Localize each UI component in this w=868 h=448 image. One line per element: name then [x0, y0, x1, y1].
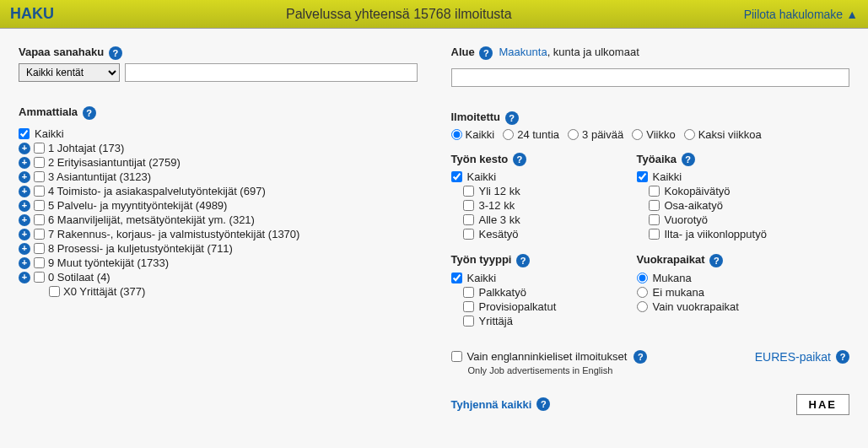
ammatti-checkbox[interactable]: [34, 171, 45, 182]
ammatti-checkbox[interactable]: [34, 200, 45, 211]
ilmoitettu-radio[interactable]: [451, 129, 462, 140]
kesto-opt-label[interactable]: Yli 12 kk: [479, 185, 520, 197]
ilmoitettu-opt-label[interactable]: Kaksi viikkoa: [698, 128, 762, 141]
kesto-opt-checkbox[interactable]: [463, 186, 474, 197]
expand-icon[interactable]: +: [19, 171, 30, 183]
hide-form-toggle[interactable]: Piilota hakulomake▲: [744, 8, 858, 21]
vuokra-radio[interactable]: [637, 273, 648, 283]
ammatti-item-label[interactable]: 7 Rakennus-, korjaus- ja valmistustyönte…: [48, 228, 299, 240]
kesto-all-checkbox[interactable]: [451, 171, 462, 182]
help-icon[interactable]: ?: [536, 397, 550, 411]
vuokra-label[interactable]: Vain vuokrapaikat: [653, 300, 739, 313]
help-icon[interactable]: ?: [516, 254, 530, 267]
ammatti-item-label[interactable]: 3 Asiantuntijat (3123): [48, 170, 151, 183]
search-button[interactable]: HAE: [796, 394, 849, 415]
eures-link[interactable]: EURES-paikat ?: [755, 350, 849, 364]
tyoaika-opt-checkbox[interactable]: [649, 186, 660, 197]
maakunta-link[interactable]: Maakunta: [499, 46, 547, 58]
tyoaika-opt-label[interactable]: Osa-aikatyö: [665, 199, 723, 212]
expand-icon[interactable]: +: [19, 272, 30, 283]
ilmoitettu-radio[interactable]: [503, 129, 514, 140]
tyyppi-all-checkbox[interactable]: [451, 273, 462, 283]
ilmoitettu-radio[interactable]: [632, 129, 643, 140]
english-only-label[interactable]: Vain englanninkieliset ilmoitukset: [467, 350, 628, 363]
help-icon[interactable]: ?: [109, 46, 122, 60]
ammatti-checkbox[interactable]: [34, 143, 45, 154]
tyyppi-opt-checkbox[interactable]: [463, 301, 474, 312]
tyoaika-opt-label[interactable]: Ilta- ja viikonlopputyö: [665, 228, 767, 240]
tyyppi-all-label[interactable]: Kaikki: [467, 272, 497, 284]
tyoaika-opt-checkbox[interactable]: [649, 214, 660, 225]
ammatti-checkbox[interactable]: [34, 157, 45, 168]
ilmoitettu-opt-label[interactable]: 3 päivää: [582, 128, 623, 141]
ammatti-item-label[interactable]: 2 Erityisasiantuntijat (2759): [48, 156, 181, 169]
ammatti-item-label[interactable]: 6 Maanviljelijät, metsätyöntekijät ym. (…: [48, 213, 255, 226]
kesto-opt-label[interactable]: Alle 3 kk: [479, 213, 520, 226]
help-icon[interactable]: ?: [836, 350, 849, 364]
kesto-opt-checkbox[interactable]: [463, 200, 474, 211]
help-icon[interactable]: ?: [633, 350, 647, 364]
vuokra-radio[interactable]: [637, 301, 648, 312]
expand-icon[interactable]: +: [19, 186, 30, 197]
expand-icon[interactable]: +: [19, 214, 30, 226]
ilmoitettu-opt-label[interactable]: 24 tuntia: [517, 128, 559, 141]
ilmoitettu-opt-label[interactable]: Kaikki: [466, 128, 495, 141]
ammatti-item-label[interactable]: X0 Yrittäjät (377): [63, 285, 145, 298]
ammatti-checkbox[interactable]: [49, 286, 60, 297]
help-icon[interactable]: ?: [505, 111, 519, 125]
expand-icon[interactable]: +: [19, 157, 30, 169]
help-icon[interactable]: ?: [682, 153, 695, 166]
field-select[interactable]: Kaikki kentät: [19, 63, 120, 82]
kesto-opt-checkbox[interactable]: [463, 229, 474, 240]
tyyppi-opt-checkbox[interactable]: [463, 287, 474, 298]
help-icon[interactable]: ?: [709, 254, 723, 267]
expand-icon[interactable]: +: [19, 243, 30, 255]
tyoaika-opt-label[interactable]: Kokopäivätyö: [665, 185, 731, 197]
tyyppi-opt-checkbox[interactable]: [463, 316, 474, 327]
tyoaika-opt-checkbox[interactable]: [649, 200, 660, 211]
alue-rest: , kunta ja ulkomaat: [547, 46, 639, 58]
ilmoitettu-opt-label[interactable]: Viikko: [646, 128, 675, 141]
tyoaika-opt-checkbox[interactable]: [649, 229, 660, 240]
free-search-input[interactable]: [125, 63, 418, 82]
clear-all-link[interactable]: Tyhjennä kaikki ?: [451, 397, 551, 411]
ammatti-checkbox[interactable]: [34, 257, 45, 268]
vuokra-label[interactable]: Ei mukana: [653, 286, 704, 299]
ammatti-all-label[interactable]: Kaikki: [35, 127, 64, 140]
expand-icon[interactable]: +: [19, 257, 30, 269]
ammatti-item-label[interactable]: 8 Prosessi- ja kuljetustyöntekijät (711): [48, 242, 233, 255]
ammatti-item-label[interactable]: 1 Johtajat (173): [48, 142, 124, 154]
ammatti-item-label[interactable]: 5 Palvelu- ja myyntityöntekijät (4989): [48, 199, 227, 212]
tyoaika-all-label[interactable]: Kaikki: [653, 170, 682, 183]
vuokra-radio[interactable]: [637, 287, 648, 298]
ammatti-checkbox[interactable]: [34, 243, 45, 254]
ammatti-checkbox[interactable]: [34, 214, 45, 225]
kesto-opt-label[interactable]: Kesätyö: [479, 228, 519, 240]
ammatti-all-checkbox[interactable]: [19, 128, 30, 139]
help-icon[interactable]: ?: [83, 106, 96, 120]
kesto-opt-checkbox[interactable]: [463, 214, 474, 225]
tyyppi-opt-label[interactable]: Yrittäjä: [479, 315, 513, 327]
tyoaika-all-checkbox[interactable]: [637, 171, 648, 182]
alue-input[interactable]: [451, 68, 850, 87]
vuokra-label[interactable]: Mukana: [653, 272, 692, 284]
ammatti-checkbox[interactable]: [34, 229, 45, 240]
english-only-checkbox[interactable]: [451, 351, 462, 362]
help-icon[interactable]: ?: [513, 153, 526, 166]
kesto-opt-label[interactable]: 3-12 kk: [479, 199, 515, 212]
expand-icon[interactable]: +: [19, 143, 30, 154]
ammatti-item-label[interactable]: 4 Toimisto- ja asiakaspalvelutyöntekijät…: [48, 185, 266, 197]
ammatti-checkbox[interactable]: [34, 272, 45, 283]
ilmoitettu-radio[interactable]: [684, 129, 695, 140]
tyoaika-opt-label[interactable]: Vuorotyö: [665, 213, 709, 226]
ilmoitettu-radio[interactable]: [568, 129, 579, 140]
expand-icon[interactable]: +: [19, 229, 30, 240]
tyyppi-opt-label[interactable]: Provisiopalkatut: [479, 300, 557, 313]
ammatti-item-label[interactable]: 0 Sotilaat (4): [48, 271, 111, 283]
help-icon[interactable]: ?: [479, 46, 493, 60]
ammatti-item-label[interactable]: 9 Muut työntekijät (1733): [48, 256, 169, 269]
expand-icon[interactable]: +: [19, 200, 30, 212]
tyyppi-opt-label[interactable]: Palkkatyö: [479, 286, 526, 299]
ammatti-checkbox[interactable]: [34, 186, 45, 197]
kesto-all-label[interactable]: Kaikki: [467, 170, 497, 183]
